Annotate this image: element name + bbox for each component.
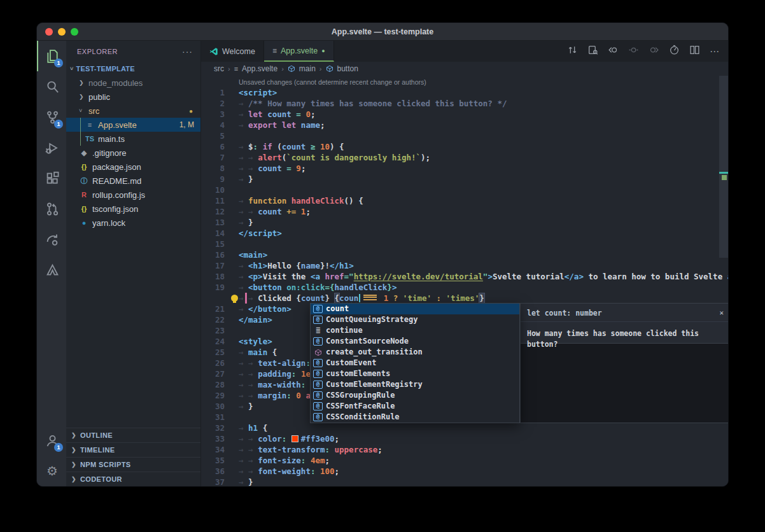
workspace-root-row[interactable]: ˅ TEST-TEMPLATE [66, 62, 200, 76]
zoom-window-button[interactable] [71, 28, 78, 36]
section-timeline[interactable]: ❯TIMELINE [66, 442, 200, 457]
code-line-35[interactable]: → → font-size: 4em; [239, 455, 728, 466]
code-line-8[interactable]: → → count = 9; [239, 163, 728, 174]
explorer-item-yarn.lock[interactable]: ●yarn.lock [66, 216, 200, 230]
breadcrumb-main[interactable]: main [299, 64, 316, 73]
lightbulb-icon[interactable] [231, 295, 238, 302]
code-line-16[interactable]: <main> [239, 249, 728, 260]
azure-activity-button[interactable] [37, 255, 66, 285]
code-line-34[interactable]: → → text-transform: uppercase; [239, 444, 728, 455]
code-line-20[interactable]: → → Clicked {count} {coun 1 ? 'time' : '… [239, 293, 728, 304]
code-line-18[interactable]: → <p>Visit the <a href="https://svelte.d… [239, 271, 728, 282]
code-line-12[interactable]: → → count += 1; [239, 206, 728, 217]
variable-icon: @ [313, 391, 323, 400]
overview-ruler-cursor-marker [719, 172, 728, 174]
live-share-activity-button[interactable] [37, 224, 66, 255]
code-line-14[interactable]: </script> [239, 228, 728, 239]
breadcrumb-src[interactable]: src [214, 64, 224, 73]
explorer-item-public[interactable]: ❯public [66, 90, 200, 104]
code-line-32[interactable]: → h1 { [239, 423, 728, 433]
suggestion-ConstantSourceNode[interactable]: @ConstantSourceNode [311, 336, 519, 347]
explorer-item-README.md[interactable]: ⓘREADME.md [66, 174, 200, 188]
explorer-item-main.ts[interactable]: TSmain.ts [66, 132, 200, 146]
open-changes-icon[interactable] [567, 45, 578, 58]
suggestion-count[interactable]: @count [311, 304, 519, 314]
settings-button[interactable]: ⚙ [37, 456, 66, 486]
chevron-right-icon: ❯ [71, 461, 76, 468]
run-debug-activity-button[interactable] [37, 132, 66, 163]
extensions-activity-button[interactable] [37, 163, 66, 193]
suggestion-CSSConditionRule[interactable]: @CSSConditionRule [311, 412, 519, 423]
code-editor[interactable]: Unsaved changes (cannot determine recent… [201, 76, 728, 486]
section-npm-scripts[interactable]: ❯NPM SCRIPTS [66, 457, 200, 472]
breadcrumb-button[interactable]: button [337, 64, 358, 73]
code-line-19[interactable]: → <button on:click={handleClick}> [239, 282, 728, 293]
suggestion-CustomElementRegistry[interactable]: @CustomElementRegistry [311, 379, 519, 390]
code-line-4[interactable]: → export let name; [239, 120, 728, 130]
more-actions-icon[interactable]: ⋯ [710, 46, 719, 57]
symbol-cube-icon [326, 65, 333, 73]
code-line-17[interactable]: → <h1>Hello {name}!</h1> [239, 260, 728, 271]
section-outline[interactable]: ❯OUTLINE [66, 428, 200, 442]
suggestion-customElements[interactable]: @customElements [311, 368, 519, 379]
suggestion-CountQueuingStrategy[interactable]: @CountQueuingStrategy [311, 314, 519, 325]
close-icon[interactable]: ✕ [719, 307, 724, 318]
explorer-item-node_modules[interactable]: ❯node_modules [66, 76, 200, 90]
scm-badge: 1 [54, 120, 63, 129]
github-pr-activity-button[interactable] [37, 193, 66, 224]
suggestion-label: CustomEvent [326, 358, 376, 368]
explorer-item-rollup.config.js[interactable]: Rrollup.config.js [66, 188, 200, 202]
code-line-11[interactable]: → function handleClick() { [239, 195, 728, 206]
editor-scrollbar[interactable] [719, 76, 728, 258]
suggestion-CustomEvent[interactable]: @CustomEvent [311, 358, 519, 368]
svelte-file-icon: ≡ [85, 121, 95, 129]
code-line-7[interactable]: → → alert(`count is dangerously high!`); [239, 152, 728, 163]
share-arrow-icon [45, 232, 60, 247]
suggestion-CSSGroupingRule[interactable]: @CSSGroupingRule [311, 390, 519, 401]
code-line-6[interactable]: → $: if (count ≥ 10) { [239, 141, 728, 152]
section-codetour[interactable]: ❯CODETOUR [66, 472, 200, 486]
suggestion-continue[interactable]: ≣continue [311, 325, 519, 336]
code-line-3[interactable]: → let count = 0; [239, 109, 728, 120]
code-lines[interactable]: <script>→ /** How many times has someone… [239, 87, 728, 486]
file-label: README.md [92, 176, 141, 186]
explorer-item-src[interactable]: ˅src● [66, 104, 200, 118]
file-tree: ❯node_modules❯public˅src●≡App.svelte1, M… [66, 76, 200, 230]
close-window-button[interactable] [45, 28, 53, 36]
explorer-item-package.json[interactable]: {}package.json [66, 160, 200, 174]
suggestion-create_out_transition[interactable]: create_out_transition [311, 347, 519, 358]
suggestion-CSSFontFaceRule[interactable]: @CSSFontFaceRule [311, 401, 519, 412]
code-line-9[interactable]: → } [239, 174, 728, 185]
explorer-actions-icon[interactable]: ··· [182, 46, 193, 57]
code-line-5[interactable] [239, 130, 728, 141]
explorer-item-App.svelte[interactable]: ≡App.svelte1, M [66, 118, 200, 132]
code-line-13[interactable]: → } [239, 217, 728, 228]
breadcrumb-file[interactable]: App.svelte [242, 64, 277, 73]
code-line-2[interactable]: → /** How many times has someone clicked… [239, 98, 728, 109]
explorer-item-.gitignore[interactable]: ◆.gitignore [66, 146, 200, 160]
tab-welcome[interactable]: Welcome [201, 41, 264, 62]
triple-equals-ligature [363, 295, 377, 300]
code-line-10[interactable] [239, 185, 728, 195]
code-line-37[interactable]: → } [239, 477, 728, 486]
code-line-15[interactable] [239, 239, 728, 249]
minimize-window-button[interactable] [58, 28, 66, 36]
editor-gutter[interactable]: 1234567891011121314151617181921222324252… [201, 87, 230, 486]
accounts-button[interactable]: 1 [37, 425, 66, 456]
split-editor-icon[interactable] [689, 45, 700, 58]
yarn-icon: ● [79, 219, 89, 227]
open-preview-icon[interactable] [587, 45, 598, 58]
suggestion-label: CustomElementRegistry [326, 379, 423, 390]
tab-app-svelte[interactable]: ≡ App.svelte ● [264, 41, 334, 62]
code-line-33[interactable]: → → color: #ff3e00; [239, 433, 728, 444]
code-line-1[interactable]: <script> [239, 87, 728, 98]
explorer-item-tsconfig.json[interactable]: {}tsconfig.json [66, 202, 200, 216]
explorer-activity-button[interactable]: 1 [37, 41, 66, 71]
navigate-back-icon[interactable] [608, 45, 619, 58]
source-control-activity-button[interactable]: 1 [37, 102, 66, 132]
code-line-36[interactable]: → → font-weight: 100; [239, 466, 728, 477]
search-activity-button[interactable] [37, 71, 66, 102]
suggestion-label: CSSConditionRule [326, 412, 400, 423]
titlebar[interactable]: App.svelte — test-template [37, 23, 728, 41]
run-icon[interactable] [669, 45, 680, 58]
